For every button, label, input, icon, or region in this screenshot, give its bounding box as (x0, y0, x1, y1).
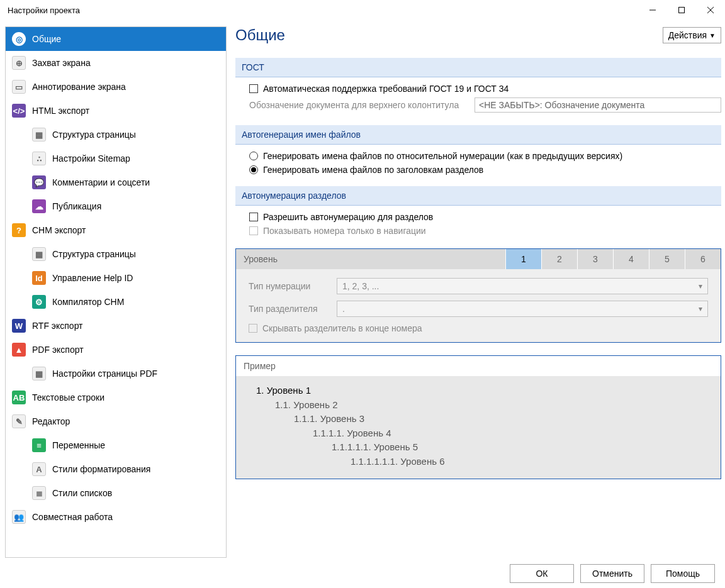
level-tab-2[interactable]: 2 (541, 249, 577, 269)
sidebar-icon: ✎ (12, 414, 26, 428)
sidebar-icon: ▲ (12, 343, 26, 357)
sidebar-item-17[interactable]: ≡Переменные (6, 433, 226, 457)
example-header: Пример (236, 356, 721, 376)
help-button[interactable]: Помощь (651, 564, 715, 583)
sidebar-item-label: PDF экспорт (32, 345, 84, 355)
sidebar-item-14[interactable]: ▦Настройки страницы PDF (6, 362, 226, 386)
sidebar-item-6[interactable]: 💬Комментарии и соцсети (6, 170, 226, 194)
sidebar-item-label: Захват экрана (32, 58, 91, 68)
sep-type-label: Тип разделителя (249, 304, 337, 314)
sidebar-item-11[interactable]: ⚙Компилятор CHM (6, 290, 226, 314)
gost-auto-label: Автоматическая поддержка требований ГОСТ… (263, 84, 509, 94)
sidebar-item-20[interactable]: 👥Совместная работа (6, 505, 226, 529)
sidebar-icon: ≡ (32, 438, 46, 452)
sidebar-icon: W (12, 319, 26, 333)
sidebar-item-10[interactable]: IdУправление Help ID (6, 266, 226, 290)
content-pane: Общие Действия ГОСТ Автоматическая подде… (235, 26, 721, 558)
maximize-button[interactable] (667, 0, 696, 20)
sidebar-item-8[interactable]: ?CHM экспорт (6, 218, 226, 242)
sidebar-item-label: Управление Help ID (52, 273, 133, 283)
sidebar-icon: ? (12, 223, 26, 237)
sidebar-icon: ⛬ (32, 152, 46, 165)
sidebar-item-4[interactable]: ▦Структура страницы (6, 123, 226, 147)
autogen-opt1-radio[interactable] (249, 152, 258, 160)
sidebar-item-13[interactable]: ▲PDF экспорт (6, 338, 226, 362)
sidebar-item-label: Структура страницы (52, 249, 136, 259)
sidebar-item-label: Текстовые строки (32, 392, 104, 402)
gost-doc-input[interactable] (475, 97, 721, 113)
sidebar-item-9[interactable]: ▦Структура страницы (6, 242, 226, 266)
sidebar-item-label: Аннотирование экрана (32, 82, 126, 92)
level-tab-5[interactable]: 5 (649, 249, 685, 269)
sidebar-item-7[interactable]: ☁Публикация (6, 194, 226, 218)
sidebar-item-label: Компилятор CHM (52, 297, 124, 307)
num-type-label: Тип нумерации (249, 281, 337, 291)
hide-sep-label: Скрывать разделитель в конце номера (262, 323, 422, 333)
autonum-shownav-checkbox (249, 226, 258, 235)
autogen-opt2-label: Генерировать имена файлов по заголовкам … (263, 165, 483, 175)
autogen-opt1-label: Генерировать имена файлов по относительн… (263, 151, 622, 161)
hide-sep-checkbox (249, 324, 257, 333)
gost-doc-label: Обозначение документа для верхнего колон… (249, 100, 475, 110)
sidebar-item-2[interactable]: ▭Аннотирование экрана (6, 75, 226, 99)
level-tab-4[interactable]: 4 (613, 249, 649, 269)
example-line-1: 1. Уровень 1 (256, 384, 708, 398)
sidebar-item-5[interactable]: ⛬Настройки Sitemap (6, 147, 226, 170)
section-autogen-header: Автогенерация имен файлов (235, 125, 721, 145)
autogen-opt2-radio[interactable] (249, 165, 258, 174)
sidebar-icon: </> (12, 104, 26, 118)
sidebar-item-label: Стили списков (52, 488, 112, 498)
example-panel: Пример 1. Уровень 1 1.1. Уровень 2 1.1.1… (235, 355, 721, 479)
level-panel: Уровень 123456 Тип нумерации 1, 2, 3, ..… (235, 248, 721, 343)
sidebar-item-16[interactable]: ✎Редактор (6, 409, 226, 433)
sidebar-item-3[interactable]: </>HTML экспорт (6, 99, 226, 123)
dialog-footer: ОК Отменить Помощь (0, 558, 725, 588)
sidebar-icon: A (32, 462, 46, 476)
sidebar: ◎Общие⊕Захват экрана▭Аннотирование экран… (5, 26, 227, 558)
page-title: Общие (235, 26, 285, 44)
sidebar-item-1[interactable]: ⊕Захват экрана (6, 51, 226, 75)
sidebar-item-label: Редактор (32, 416, 70, 426)
window-controls (638, 0, 725, 20)
autonum-allow-checkbox[interactable] (249, 213, 258, 221)
sidebar-icon: ▦ (32, 128, 46, 141)
sidebar-item-label: Общие (32, 34, 61, 44)
level-tab-3[interactable]: 3 (577, 249, 613, 269)
level-tab-6[interactable]: 6 (685, 249, 721, 269)
sidebar-item-label: Переменные (52, 440, 105, 450)
example-line-3: 1.1.1. Уровень 3 (256, 412, 708, 426)
titlebar: Настройки проекта (0, 0, 725, 20)
example-line-6: 1.1.1.1.1.1. Уровень 6 (256, 455, 708, 469)
sidebar-icon: ▦ (32, 247, 46, 261)
sidebar-item-19[interactable]: ≣Стили списков (6, 481, 226, 505)
example-line-2: 1.1. Уровень 2 (256, 398, 708, 413)
gost-auto-checkbox[interactable] (249, 84, 258, 93)
sidebar-item-label: Настройки страницы PDF (52, 369, 157, 379)
actions-button[interactable]: Действия (663, 27, 721, 43)
sidebar-icon: ▭ (12, 80, 26, 94)
ok-button[interactable]: ОК (510, 564, 574, 583)
num-type-select[interactable]: 1, 2, 3, ... (337, 278, 708, 294)
sidebar-icon: ≣ (32, 486, 46, 500)
autonum-allow-label: Разрешить автонумерацию для разделов (263, 212, 433, 222)
sep-type-select[interactable]: . (337, 301, 708, 317)
sidebar-item-label: HTML экспорт (32, 106, 89, 116)
cancel-button[interactable]: Отменить (580, 564, 644, 583)
sidebar-icon: ⚙ (32, 295, 46, 309)
sidebar-item-18[interactable]: AСтили форматирования (6, 457, 226, 481)
sidebar-item-15[interactable]: ABТекстовые строки (6, 386, 226, 409)
sidebar-item-label: Настройки Sitemap (52, 153, 130, 164)
sidebar-icon: ⊕ (12, 56, 26, 70)
sidebar-icon: ☁ (32, 199, 46, 213)
sidebar-item-label: Комментарии и соцсети (52, 177, 150, 187)
minimize-button[interactable] (638, 0, 667, 20)
level-label: Уровень (236, 249, 505, 269)
sidebar-item-12[interactable]: WRTF экспорт (6, 314, 226, 338)
example-line-4: 1.1.1.1. Уровень 4 (256, 426, 708, 441)
sidebar-icon: ▦ (32, 367, 46, 380)
close-button[interactable] (696, 0, 725, 20)
level-tab-1[interactable]: 1 (505, 249, 541, 269)
sidebar-item-0[interactable]: ◎Общие (6, 27, 226, 51)
section-gost-header: ГОСТ (235, 58, 721, 77)
sidebar-icon: 💬 (32, 175, 46, 189)
